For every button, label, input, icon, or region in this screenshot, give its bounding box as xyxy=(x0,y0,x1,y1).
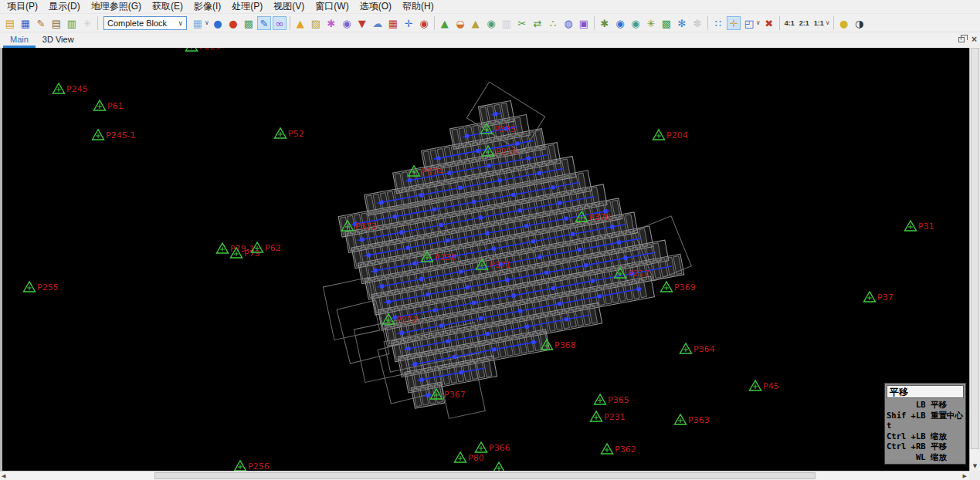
pushpin-icon[interactable]: ✛ xyxy=(402,16,415,30)
menu-options[interactable]: 选项(O) xyxy=(354,0,397,14)
scroll-right-arrow-icon[interactable]: ▶ xyxy=(963,473,967,479)
menu-capture[interactable]: 获取(E) xyxy=(147,0,188,14)
terrain-build-icon[interactable]: ✱ xyxy=(598,16,612,30)
control-point-unlabeled[interactable] xyxy=(493,462,505,471)
control-point-P369[interactable]: P369 xyxy=(661,282,696,292)
menu-display[interactable]: 显示(D) xyxy=(43,0,86,14)
control-point-P245[interactable]: P245 xyxy=(53,83,88,94)
zoom-window-icon-dropdown[interactable]: ∨ xyxy=(756,19,761,26)
menu-georeference[interactable]: 地理参照(G) xyxy=(86,0,147,14)
terrain-gear-icon[interactable]: ✳ xyxy=(644,16,658,30)
menu-view[interactable]: 视图(V) xyxy=(268,0,310,14)
control-point-P366[interactable]: P366 xyxy=(476,442,510,453)
gcp-label: P31 xyxy=(918,221,934,232)
contrast-icon[interactable]: ◑ xyxy=(853,16,866,30)
vertical-scrollbar[interactable]: ▼ xyxy=(969,48,980,471)
camera-red-icon[interactable]: ◉ xyxy=(417,16,431,30)
zoom-ratio-dropdown[interactable]: ∨ xyxy=(826,19,830,26)
control-point-P61[interactable]: P61 xyxy=(94,100,124,111)
control-point-P229[interactable]: P229 xyxy=(186,48,221,52)
gcp-label: P370 xyxy=(589,212,611,222)
control-point-P37[interactable]: P37 xyxy=(864,292,894,303)
pattern-grid-icon-dropdown[interactable]: ∨ xyxy=(205,19,209,26)
terrain-fan-icon[interactable]: ✻ xyxy=(675,16,689,30)
control-point-P231[interactable]: P231 xyxy=(591,411,626,422)
terrain-cut-icon[interactable]: ✂ xyxy=(515,16,529,30)
import-icon[interactable]: ▥ xyxy=(65,16,79,30)
control-point-P363[interactable]: P363 xyxy=(675,414,710,425)
scroll-down-arrow-icon[interactable]: ▼ xyxy=(970,463,980,469)
terrain-move-icon[interactable]: ⇄ xyxy=(531,16,544,30)
save-icon[interactable]: ▦ xyxy=(19,16,32,30)
horizontal-scrollbar-thumb[interactable] xyxy=(154,472,816,479)
tab-3d-view[interactable]: 3D View xyxy=(36,32,81,48)
control-point-P204[interactable]: P204 xyxy=(653,130,688,140)
control-point-P245-1[interactable]: P245-1 xyxy=(93,130,136,140)
mdi-close-button[interactable]: × xyxy=(972,35,977,43)
horizontal-scrollbar[interactable]: ◀ ▶ xyxy=(0,471,969,480)
pinwheel-icon[interactable]: ✱ xyxy=(324,16,338,30)
image-view-icon[interactable]: ▩ xyxy=(242,16,256,30)
zoom-window-icon[interactable]: ◰ xyxy=(742,16,756,30)
menu-process[interactable]: 处理(P) xyxy=(226,0,268,14)
dome-icon[interactable]: ◒ xyxy=(453,16,467,30)
help-line: LB 平移 xyxy=(887,400,964,411)
control-point-P362[interactable]: P362 xyxy=(602,444,636,455)
zoom-ratio-1-1[interactable]: 1:1 xyxy=(812,19,826,27)
footprints-icon[interactable]: ∴ xyxy=(546,16,560,30)
terrain-eye-icon[interactable]: ◉ xyxy=(613,16,627,30)
gcp-label: P79 xyxy=(244,248,260,259)
pattern-grid-icon[interactable]: ▦ xyxy=(191,16,205,30)
gcp-label: P80 xyxy=(468,453,484,463)
link-tool-icon[interactable]: ∞ xyxy=(273,16,287,30)
database-icon[interactable]: ◍ xyxy=(561,16,575,30)
gcp-label: P229 xyxy=(199,48,221,52)
vertical-scrollbar-thumb[interactable] xyxy=(971,48,979,449)
pan-tool-icon[interactable]: ✛ xyxy=(727,16,741,30)
gcp-cross-icon xyxy=(189,48,194,49)
menu-help[interactable]: 帮助(H) xyxy=(397,0,439,14)
edit-block-icon[interactable]: ✎ xyxy=(34,16,48,30)
menu-window[interactable]: 窗口(W) xyxy=(310,0,354,14)
key-icon[interactable]: ● xyxy=(837,16,851,30)
zoom-ratio-4-1[interactable]: 4:1 xyxy=(782,19,797,27)
control-point-P31[interactable]: P31 xyxy=(905,221,934,232)
scroll-left-arrow-icon[interactable]: ◀ xyxy=(2,473,5,479)
open-project-icon[interactable]: ▤ xyxy=(3,16,17,30)
pick-tool-icon[interactable]: ✎ xyxy=(257,16,271,30)
tile-view-icon[interactable]: ∷ xyxy=(711,16,725,30)
mdi-restore-button[interactable] xyxy=(958,37,965,42)
control-point-P80[interactable]: P80 xyxy=(455,452,484,463)
gcp-cross-icon xyxy=(458,456,463,461)
map-canvas[interactable]: P229P245P61P245-1P52P375P216P204P374P370… xyxy=(0,48,969,471)
gcp-label: P204 xyxy=(666,130,688,140)
flask-icon[interactable]: ▼ xyxy=(355,16,369,30)
menu-image[interactable]: 影像(I) xyxy=(188,0,226,14)
fit-view-icon[interactable]: ✖ xyxy=(762,16,776,30)
control-point-P45[interactable]: P45 xyxy=(750,380,779,391)
gcp-triangle-icon[interactable]: ▲ xyxy=(293,16,307,30)
image-edit-icon[interactable]: ▨ xyxy=(309,16,323,30)
block-select-chevron-icon[interactable]: ∨ xyxy=(178,19,183,27)
cloud-icon[interactable]: ☁ xyxy=(371,16,385,30)
control-point-P255[interactable]: P255 xyxy=(24,282,59,292)
terrain-ball-icon[interactable]: ▲ xyxy=(438,16,452,30)
control-point-P365[interactable]: P365 xyxy=(595,394,629,405)
tab-main[interactable]: Main xyxy=(3,32,36,48)
control-point-P256[interactable]: P256 xyxy=(235,461,270,471)
sphere-blue-icon[interactable]: ● xyxy=(211,16,225,30)
zoom-ratio-2-1[interactable]: 2:1 xyxy=(797,19,812,27)
sphere-red-icon[interactable]: ● xyxy=(226,16,240,30)
folder-tools-icon[interactable]: ▤ xyxy=(49,16,63,30)
ortho-image-icon[interactable]: ▩ xyxy=(660,16,673,30)
camera-edit-icon[interactable]: ◉ xyxy=(340,16,354,30)
control-point-P52[interactable]: P52 xyxy=(275,128,304,139)
box-image-icon[interactable]: ▣ xyxy=(577,16,591,30)
grid-corners-icon[interactable]: ▦ xyxy=(386,16,400,30)
menu-project[interactable]: 项目(P) xyxy=(2,0,43,14)
terrain-edit-icon[interactable]: ▲ xyxy=(469,16,483,30)
control-point-P364[interactable]: P364 xyxy=(680,343,715,354)
terrain-view-icon[interactable]: ◉ xyxy=(484,16,498,30)
terrain-eye2-icon[interactable]: ◉ xyxy=(629,16,643,30)
block-select[interactable]: Complete Block∨ xyxy=(103,16,187,30)
